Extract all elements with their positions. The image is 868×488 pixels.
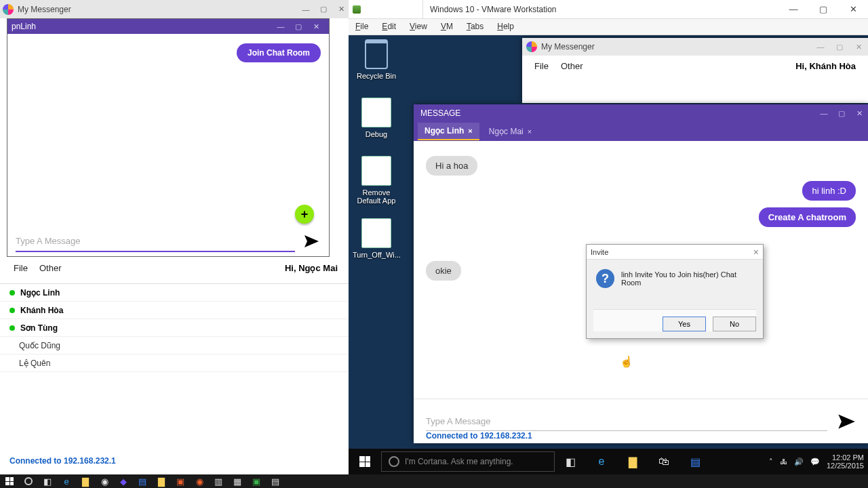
desktop-icon-remove-default-app[interactable]: Remove Default App	[353, 156, 400, 205]
file-explorer-icon[interactable]: ▇	[76, 474, 95, 488]
cortana-search[interactable]: I'm Cortana. Ask me anything.	[381, 451, 555, 472]
start-button[interactable]	[0, 474, 19, 488]
store-icon[interactable]: 🛍	[648, 449, 679, 474]
minimize-button[interactable]: —	[815, 104, 833, 122]
chat-area: Hi a hoa hi linh :D Create A chatroom ok…	[414, 141, 868, 399]
chat-tab[interactable]: Ngọc Mai×	[482, 123, 538, 140]
app-icon[interactable]: ▤	[679, 449, 711, 474]
contact-row[interactable]: Khánh Hòa	[0, 302, 350, 319]
app-icon[interactable]: ▦	[228, 474, 247, 488]
chrome-icon[interactable]: ◉	[95, 474, 114, 488]
chat-tab-label: Ngọc Linh	[425, 126, 464, 136]
app-icon[interactable]: ▥	[209, 474, 228, 488]
chat-window-title: MESSAGE	[420, 108, 815, 118]
system-tray: ˄ 🖧 🔊 💬 12:02 PM 12/25/2015	[769, 453, 868, 470]
task-view-icon[interactable]: ◧	[555, 449, 586, 474]
chat-popup-title: pnLinh	[12, 22, 272, 31]
close-icon[interactable]: ×	[753, 247, 759, 258]
maximize-button[interactable]: ▢	[290, 19, 307, 34]
status-line: Connected to 192.168.232.1	[9, 456, 116, 466]
app-icon[interactable]: ▤	[133, 474, 152, 488]
vmware-menu-item[interactable]: Help	[490, 19, 521, 35]
close-button[interactable]: ✕	[307, 19, 325, 34]
contact-name: Ngọc Linh	[20, 288, 60, 298]
minimize-button[interactable]: —	[297, 0, 315, 18]
vmware-menu-item[interactable]: Tabs	[460, 19, 490, 35]
tray-notifications-icon[interactable]: 💬	[810, 458, 820, 466]
cursor-icon	[620, 355, 631, 369]
message-input[interactable]	[16, 230, 295, 252]
vmware-home-tab[interactable]	[349, 0, 423, 18]
question-icon: ?	[596, 269, 614, 288]
maximize-button[interactable]: ▢	[315, 0, 332, 18]
online-dot-icon	[9, 325, 15, 331]
contact-name: Khánh Hòa	[20, 306, 63, 315]
vmware-menu-item[interactable]: View	[403, 19, 434, 35]
close-button[interactable]: ✕	[838, 0, 868, 18]
vmware-menu-item[interactable]: Edit	[375, 19, 403, 35]
firefox-icon[interactable]: ◉	[190, 474, 209, 488]
app-icon[interactable]: ◆	[114, 474, 133, 488]
cortana-icon[interactable]	[19, 474, 38, 488]
create-chatroom-button[interactable]: Create A chatroom	[759, 207, 856, 227]
vmware-title: Windows 10 - VMware Workstation	[430, 5, 778, 14]
taskbar-clock[interactable]: 12:02 PM 12/25/2015	[827, 453, 864, 470]
close-icon[interactable]: ×	[528, 127, 532, 136]
start-button[interactable]	[349, 449, 381, 474]
desktop-icon-debug[interactable]: Debug	[353, 98, 400, 138]
contact-row[interactable]: Quốc Dũng	[0, 337, 350, 354]
chat-message-input[interactable]	[426, 412, 827, 431]
chat-tab-label: Ngọc Mai	[489, 127, 524, 136]
tray-network-icon[interactable]: 🖧	[780, 458, 787, 466]
send-icon[interactable]	[303, 233, 319, 249]
maximize-button[interactable]: ▢	[830, 38, 849, 56]
app-icon[interactable]: ▣	[247, 474, 266, 488]
contact-name: Sơn Tùng	[20, 323, 58, 333]
invite-no-button[interactable]: No	[713, 317, 756, 331]
vmware-menu-item[interactable]: VM	[434, 19, 460, 35]
maximize-button[interactable]: ▢	[833, 104, 850, 122]
close-button[interactable]: ✕	[849, 38, 868, 56]
guest-desktop: Recycle Bin Debug Remove Default App Tur…	[349, 35, 868, 474]
contact-row[interactable]: Ngọc Linh	[0, 284, 350, 302]
contact-name: Quốc Dũng	[19, 341, 60, 350]
close-button[interactable]: ✕	[850, 104, 868, 122]
menu-other[interactable]: Other	[561, 61, 583, 71]
menu-file[interactable]: File	[534, 61, 549, 71]
close-button[interactable]: ✕	[332, 0, 350, 18]
tray-volume-icon[interactable]: 🔊	[794, 458, 804, 466]
add-fab-button[interactable]: +	[295, 205, 314, 224]
vmware-menu-item[interactable]: File	[349, 19, 375, 35]
desktop-icon-turn-off-wi[interactable]: Turn_Off_Wi...	[353, 218, 400, 259]
cortana-icon	[389, 456, 399, 467]
guest-taskbar: I'm Cortana. Ask me anything. ◧ e ▇ 🛍 ▤ …	[349, 449, 868, 474]
left-title-bar: My Messenger — ▢ ✕	[0, 0, 350, 18]
cortana-placeholder: I'm Cortana. Ask me anything.	[405, 457, 513, 466]
send-icon[interactable]	[837, 412, 856, 431]
app-icon[interactable]: ▤	[266, 474, 285, 488]
task-view-icon[interactable]: ◧	[38, 474, 57, 488]
app-icon[interactable]: ▣	[171, 474, 190, 488]
maximize-button[interactable]: ▢	[808, 0, 838, 18]
minimize-button[interactable]: —	[811, 38, 830, 56]
file-explorer-icon[interactable]: ▇	[617, 449, 648, 474]
minimize-button[interactable]: —	[778, 0, 808, 18]
menu-other[interactable]: Other	[39, 263, 62, 273]
guest-messenger-menubar: File Other Hi, Khánh Hòa	[522, 56, 868, 76]
vmware-titlebar: Windows 10 - VMware Workstation — ▢ ✕	[349, 0, 868, 19]
invite-yes-button[interactable]: Yes	[663, 317, 706, 331]
contact-row[interactable]: Lệ Quên	[0, 354, 350, 372]
menu-file[interactable]: File	[14, 263, 28, 273]
edge-icon[interactable]: e	[586, 449, 617, 474]
minimize-button[interactable]: —	[272, 19, 290, 34]
edge-icon[interactable]: e	[57, 474, 76, 488]
desktop-icon-recycle-bin[interactable]: Recycle Bin	[353, 39, 400, 80]
join-chat-room-button[interactable]: Join Chat Room	[237, 43, 321, 62]
contact-row[interactable]: Sơn Tùng	[0, 319, 350, 337]
close-icon[interactable]: ×	[468, 127, 472, 135]
invite-dialog: Invite × ? linh Invite You to Join his(h…	[586, 244, 764, 339]
tray-chevron-up-icon[interactable]: ˄	[769, 458, 773, 466]
chat-tab[interactable]: Ngọc Linh×	[418, 123, 479, 140]
contacts-list: Ngọc LinhKhánh HòaSơn TùngQuốc DũngLệ Qu…	[0, 283, 350, 460]
app-icon[interactable]: ▇	[152, 474, 171, 488]
